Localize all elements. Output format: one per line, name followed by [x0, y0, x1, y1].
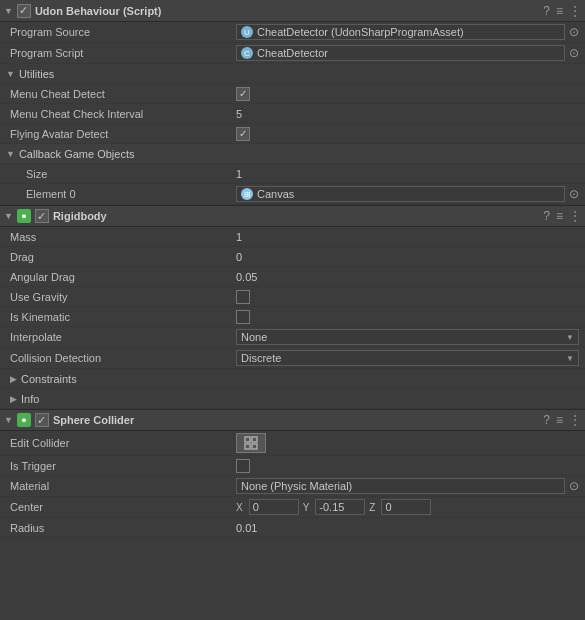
material-ref[interactable]: None (Physic Material): [236, 478, 565, 494]
edit-collider-value: [236, 433, 579, 453]
collision-detection-arrow: ▼: [566, 354, 574, 363]
rigidbody-settings-icon[interactable]: ≡: [556, 209, 563, 223]
collision-detection-label: Collision Detection: [6, 352, 236, 364]
is-trigger-label: Is Trigger: [6, 460, 236, 472]
utilities-header[interactable]: ▼ Utilities: [0, 64, 585, 84]
program-source-ref[interactable]: U CheatDetector (UdonSharpProgramAsset): [236, 24, 565, 40]
edit-collider-row: Edit Collider: [0, 431, 585, 456]
sphere-collider-settings-icon[interactable]: ≡: [556, 413, 563, 427]
menu-cheat-detect-row: Menu Cheat Detect ✓: [0, 84, 585, 104]
center-label: Center: [6, 501, 236, 513]
canvas-icon: ⊞: [241, 188, 253, 200]
sphere-collider-enable-checkbox[interactable]: ✓: [35, 413, 49, 427]
menu-cheat-detect-label: Menu Cheat Detect: [6, 88, 236, 100]
svg-rect-0: [245, 437, 250, 442]
element-0-row: Element 0 ⊞ Canvas ⊙: [0, 184, 585, 205]
angular-drag-text: 0.05: [236, 271, 257, 283]
menu-cheat-detect-checkbox[interactable]: ✓: [236, 87, 250, 101]
drag-row: Drag 0: [0, 247, 585, 267]
script-settings-icon[interactable]: ⊙: [569, 46, 579, 60]
center-y-value[interactable]: -0.15: [315, 499, 365, 515]
flying-avatar-detect-checkbox[interactable]: ✓: [236, 127, 250, 141]
sphere-collider-expand-icon[interactable]: ▼: [4, 415, 13, 425]
program-script-text: CheatDetector: [257, 47, 328, 59]
is-trigger-row: Is Trigger: [0, 456, 585, 476]
menu-cheat-interval-row: Menu Cheat Check Interval 5: [0, 104, 585, 124]
is-trigger-checkbox[interactable]: [236, 459, 250, 473]
size-label: Size: [6, 168, 236, 180]
edit-collider-label: Edit Collider: [6, 437, 236, 449]
rigidbody-enable-checkbox[interactable]: ✓: [35, 209, 49, 223]
menu-cheat-interval-label: Menu Cheat Check Interval: [6, 108, 236, 120]
rigidbody-header: ▼ ● ✓ Rigidbody ? ≡ ⋮: [0, 205, 585, 227]
flying-avatar-detect-value: ✓: [236, 127, 579, 141]
interpolate-row: Interpolate None ▼: [0, 327, 585, 348]
center-x-value[interactable]: 0: [249, 499, 299, 515]
info-expand-icon: ▶: [10, 394, 17, 404]
program-script-ref[interactable]: C CheatDetector: [236, 45, 565, 61]
svg-rect-2: [245, 444, 250, 449]
rigidbody-expand-icon[interactable]: ▼: [4, 211, 13, 221]
material-row: Material None (Physic Material) ⊙: [0, 476, 585, 497]
source-settings-icon[interactable]: ⊙: [569, 25, 579, 39]
info-row[interactable]: ▶ Info: [0, 389, 585, 409]
question-icon[interactable]: ?: [543, 4, 550, 18]
element-0-settings-icon[interactable]: ⊙: [569, 187, 579, 201]
program-script-value: C CheatDetector ⊙: [236, 45, 579, 61]
angular-drag-row: Angular Drag 0.05: [0, 267, 585, 287]
material-text: None (Physic Material): [241, 480, 352, 492]
program-source-label: Program Source: [6, 26, 236, 38]
center-row: Center X 0 Y -0.15 Z 0: [0, 497, 585, 518]
radius-text: 0.01: [236, 522, 257, 534]
flying-avatar-detect-label: Flying Avatar Detect: [6, 128, 236, 140]
collision-detection-dropdown[interactable]: Discrete ▼: [236, 350, 579, 366]
enable-checkbox[interactable]: ✓: [17, 4, 31, 18]
constraints-row[interactable]: ▶ Constraints: [0, 369, 585, 389]
edit-collider-icon: [243, 435, 259, 451]
radius-value: 0.01: [236, 522, 579, 534]
is-kinematic-checkbox[interactable]: [236, 310, 250, 324]
settings-horizontal-icon[interactable]: ≡: [556, 4, 563, 18]
edit-collider-button[interactable]: [236, 433, 266, 453]
menu-cheat-interval-text: 5: [236, 108, 242, 120]
mass-text: 1: [236, 231, 242, 243]
is-kinematic-row: Is Kinematic: [0, 307, 585, 327]
constraints-expand-icon: ▶: [10, 374, 17, 384]
element-0-ref[interactable]: ⊞ Canvas: [236, 186, 565, 202]
interpolate-dropdown[interactable]: None ▼: [236, 329, 579, 345]
center-z-value[interactable]: 0: [381, 499, 431, 515]
udon-behaviour-header: ▼ ✓ Udon Behaviour (Script) ? ≡ ⋮: [0, 0, 585, 22]
expand-icon[interactable]: ▼: [4, 6, 13, 16]
mass-value: 1: [236, 231, 579, 243]
use-gravity-checkbox[interactable]: [236, 290, 250, 304]
center-value: X 0 Y -0.15 Z 0: [236, 499, 579, 515]
overflow-icon[interactable]: ⋮: [569, 4, 581, 18]
center-y-label: Y: [303, 502, 310, 513]
collision-detection-value: Discrete ▼: [236, 350, 579, 366]
rigidbody-title: Rigidbody: [53, 210, 543, 222]
material-settings-icon[interactable]: ⊙: [569, 479, 579, 493]
check-icon: ✓: [19, 4, 28, 17]
use-gravity-label: Use Gravity: [6, 291, 236, 303]
program-script-row: Program Script C CheatDetector ⊙: [0, 43, 585, 64]
header-icons: ? ≡ ⋮: [543, 4, 581, 18]
flying-avatar-detect-row: Flying Avatar Detect ✓: [0, 124, 585, 144]
use-gravity-row: Use Gravity: [0, 287, 585, 307]
menu-cheat-interval-value: 5: [236, 108, 579, 120]
sphere-collider-overflow-icon[interactable]: ⋮: [569, 413, 581, 427]
drag-text: 0: [236, 251, 242, 263]
interpolate-text: None: [241, 331, 267, 343]
interpolate-value: None ▼: [236, 329, 579, 345]
callback-game-objects-label: Callback Game Objects: [19, 148, 135, 160]
rigidbody-overflow-icon[interactable]: ⋮: [569, 209, 581, 223]
sphere-collider-icons: ? ≡ ⋮: [543, 413, 581, 427]
element-0-text: Canvas: [257, 188, 294, 200]
use-gravity-value: [236, 290, 579, 304]
sphere-collider-question-icon[interactable]: ?: [543, 413, 550, 427]
callback-game-objects-header[interactable]: ▼ Callback Game Objects: [0, 144, 585, 164]
angular-drag-label: Angular Drag: [6, 271, 236, 283]
program-source-text: CheatDetector (UdonSharpProgramAsset): [257, 26, 464, 38]
angular-drag-value: 0.05: [236, 271, 579, 283]
info-label: Info: [21, 393, 39, 405]
rigidbody-question-icon[interactable]: ?: [543, 209, 550, 223]
